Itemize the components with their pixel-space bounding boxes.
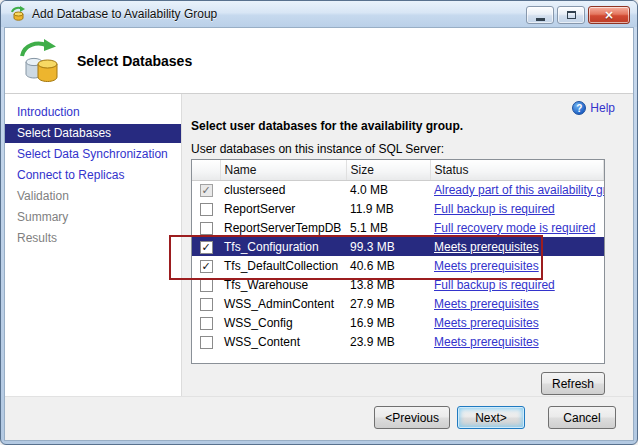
next-button[interactable]: Next> xyxy=(457,406,525,429)
database-checkbox[interactable]: ✓ xyxy=(200,260,213,273)
titlebar: Add Database to Availability Group × xyxy=(1,1,637,27)
add-database-icon xyxy=(18,38,64,84)
sidebar-item-results: Results xyxy=(5,229,181,248)
maximize-icon xyxy=(567,11,576,19)
close-icon: × xyxy=(604,9,614,21)
sidebar-item-select-data-synchronization[interactable]: Select Data Synchronization xyxy=(5,145,181,164)
table-row[interactable]: ✓clusterseed4.0 MBAlready part of this a… xyxy=(192,180,604,199)
database-size: 11.9 MB xyxy=(346,199,430,218)
caption-buttons: × xyxy=(526,6,630,24)
db-table-body: ✓clusterseed4.0 MBAlready part of this a… xyxy=(192,180,604,351)
table-header-row: Name Size Status xyxy=(192,160,604,180)
column-header-size[interactable]: Size xyxy=(346,160,430,180)
database-status-link[interactable]: Full backup is required xyxy=(434,278,555,292)
wizard-steps-nav: IntroductionSelect DatabasesSelect Data … xyxy=(5,94,181,396)
database-name: WSS_Content xyxy=(220,332,346,351)
sidebar-item-select-databases[interactable]: Select Databases xyxy=(5,124,181,143)
database-status-link[interactable]: Full backup is required xyxy=(434,202,555,216)
database-name: clusterseed xyxy=(220,180,346,199)
database-size: 40.6 MB xyxy=(346,256,430,275)
instruction-heading: Select user databases for the availabili… xyxy=(191,119,633,133)
refresh-button[interactable]: Refresh xyxy=(541,372,605,395)
sidebar-item-introduction[interactable]: Introduction xyxy=(5,103,181,122)
window-database-icon xyxy=(10,6,26,22)
database-status-link[interactable]: Already part of this availability group xyxy=(434,183,604,197)
database-name: Tfs_DefaultCollection xyxy=(220,256,346,275)
database-name: Tfs_Warehouse xyxy=(220,275,346,294)
table-row[interactable]: Tfs_Warehouse13.8 MBFull backup is requi… xyxy=(192,275,604,294)
database-checkbox[interactable]: ✓ xyxy=(200,241,213,254)
refresh-row: Refresh xyxy=(191,372,605,395)
database-name: ReportServerTempDB xyxy=(220,218,346,237)
database-status-link[interactable]: Meets prerequisites xyxy=(434,297,539,311)
table-row[interactable]: ReportServer11.9 MBFull backup is requir… xyxy=(192,199,604,218)
database-name: ReportServer xyxy=(220,199,346,218)
database-status-link[interactable]: Meets prerequisites xyxy=(434,335,539,349)
column-header-name[interactable]: Name xyxy=(220,160,346,180)
database-status-link[interactable]: Meets prerequisites xyxy=(434,316,539,330)
table-row[interactable]: ✓Tfs_Configuration99.3 MBMeets prerequis… xyxy=(192,237,604,256)
help-link[interactable]: Help xyxy=(590,101,615,115)
database-size: 13.8 MB xyxy=(346,275,430,294)
database-name: Tfs_Configuration xyxy=(220,237,346,256)
cancel-button[interactable]: Cancel xyxy=(548,406,616,429)
main-panel: ? Help Select user databases for the ava… xyxy=(181,94,633,396)
database-checkbox: ✓ xyxy=(200,184,213,197)
sidebar-item-summary: Summary xyxy=(5,208,181,227)
wizard-window: Add Database to Availability Group × Sel… xyxy=(0,0,638,445)
database-status-link[interactable]: Full recovery mode is required xyxy=(434,221,595,235)
database-size: 5.1 MB xyxy=(346,218,430,237)
database-checkbox[interactable] xyxy=(200,298,213,311)
wizard-header: Select Databases xyxy=(5,28,633,94)
database-size: 16.9 MB xyxy=(346,313,430,332)
database-checkbox[interactable] xyxy=(200,203,213,216)
close-button[interactable]: × xyxy=(588,6,630,24)
previous-button[interactable]: <Previous xyxy=(374,406,450,429)
column-header-status[interactable]: Status xyxy=(430,160,604,180)
sidebar-item-connect-to-replicas[interactable]: Connect to Replicas xyxy=(5,166,181,185)
table-row[interactable]: ✓Tfs_DefaultCollection40.6 MBMeets prere… xyxy=(192,256,604,275)
table-caption: User databases on this instance of SQL S… xyxy=(191,142,633,156)
help-icon: ? xyxy=(572,101,586,115)
database-checkbox[interactable] xyxy=(200,317,213,330)
table-row[interactable]: ReportServerTempDB5.1 MBFull recovery mo… xyxy=(192,218,604,237)
database-status-link[interactable]: Meets prerequisites xyxy=(434,240,539,254)
database-name: WSS_AdminContent xyxy=(220,294,346,313)
database-checkbox[interactable] xyxy=(200,222,213,235)
database-status-link[interactable]: Meets prerequisites xyxy=(434,259,539,273)
maximize-button[interactable] xyxy=(557,6,585,24)
database-name: WSS_Config xyxy=(220,313,346,332)
table-row[interactable]: WSS_AdminContent27.9 MBMeets prerequisit… xyxy=(192,294,604,313)
minimize-button[interactable] xyxy=(526,6,554,24)
database-checkbox[interactable] xyxy=(200,336,213,349)
database-list: Name Size Status ✓clusterseed4.0 MBAlrea… xyxy=(191,159,605,364)
table-row[interactable]: WSS_Content23.9 MBMeets prerequisites xyxy=(192,332,604,351)
sidebar-item-validation: Validation xyxy=(5,187,181,206)
database-size: 4.0 MB xyxy=(346,180,430,199)
footer-bar: <Previous Next> Cancel xyxy=(5,396,633,440)
database-size: 27.9 MB xyxy=(346,294,430,313)
table-row[interactable]: WSS_Config16.9 MBMeets prerequisites xyxy=(192,313,604,332)
database-checkbox[interactable] xyxy=(200,279,213,292)
header-checkbox-cell xyxy=(192,160,220,180)
window-body: Select Databases IntroductionSelect Data… xyxy=(4,27,634,441)
database-size: 23.9 MB xyxy=(346,332,430,351)
database-table: Name Size Status ✓clusterseed4.0 MBAlrea… xyxy=(192,160,604,351)
window-title: Add Database to Availability Group xyxy=(32,7,217,21)
page-title: Select Databases xyxy=(77,53,192,69)
minimize-icon xyxy=(536,18,545,21)
database-size: 99.3 MB xyxy=(346,237,430,256)
content-area: IntroductionSelect DatabasesSelect Data … xyxy=(5,94,633,396)
help-row: ? Help xyxy=(191,100,633,116)
